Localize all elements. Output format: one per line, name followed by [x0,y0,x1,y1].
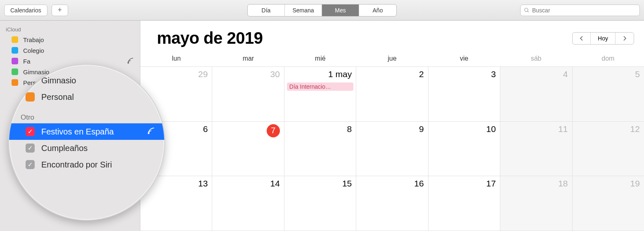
add-button[interactable]: + [52,5,68,16]
day-cell[interactable]: 19 [573,176,644,231]
day-number: 3 [491,69,496,79]
sidebar-item-colegio[interactable]: Colegio [0,45,140,56]
svg-point-3 [148,132,149,134]
checkbox-checked-icon[interactable]: ✓ [26,127,35,136]
svg-point-2 [128,62,129,63]
weekday-sab: sáb [500,50,572,67]
day-number: 18 [558,179,568,189]
day-cell[interactable]: 5 [573,67,644,122]
day-number: 29 [198,69,208,79]
sidebar-item-trabajo[interactable]: Trabajo [0,34,140,45]
month-nav-group: Hoy [572,32,634,45]
svg-line-1 [528,11,529,12]
day-number: 8 [347,124,352,134]
grid-row: 6 7 8 9 10 11 12 [140,122,644,177]
day-number: 10 [486,124,496,134]
event-pill[interactable]: Día Internacio… [287,82,353,91]
day-number: 4 [563,69,568,79]
loupe-item-festivos[interactable]: ✓ Festivos en España [9,123,164,140]
loupe-item-label: Encontrado por Siri [41,160,112,170]
calendars-toggle-button[interactable]: Calendarios [4,5,47,16]
checkbox-checked-icon[interactable]: ✓ [26,160,35,169]
day-number: 2 [419,69,424,79]
calendar-color-swatch [12,68,18,75]
day-cell[interactable]: 15 [284,176,356,231]
view-year-button[interactable]: Año [359,5,396,16]
weekday-vie: vie [428,50,500,67]
loupe-item-label: Gimnasio [41,76,76,85]
view-segmented-control: Día Semana Mes Año [247,4,397,16]
day-cell[interactable]: 1 may Día Internacio… [284,67,356,122]
day-number: 14 [270,179,279,189]
day-number: 9 [419,124,424,134]
day-number: 19 [630,179,640,189]
loupe-item-cumpleanos[interactable]: ✓ Cumpleaños [9,140,164,156]
calendar-color-swatch [12,36,18,43]
loupe-item-personal[interactable]: Personal [9,89,164,105]
shared-icon [127,57,134,66]
magnifier-overlay: Gimnasio Personal Otro ✓ Festivos en Esp… [8,64,165,221]
month-header: mayo de 2019 Hoy [140,21,644,50]
day-cell[interactable]: 12 [573,122,644,177]
day-number: 6 [203,124,208,134]
day-number: 1 may [328,69,352,79]
day-cell[interactable]: 2 [356,67,428,122]
calendar-color-swatch [12,47,18,54]
sidebar-item-label: Fa [23,58,31,65]
day-cell[interactable]: 18 [500,176,572,231]
sidebar-item-fa[interactable]: Fa [0,56,140,66]
grid-row: 13 14 15 16 17 18 19 [140,176,644,231]
view-month-button[interactable]: Mes [322,5,359,16]
calendar-color-swatch [12,58,18,64]
loupe-section-otro: Otro [9,111,164,123]
day-cell[interactable]: 30 [212,67,284,122]
loupe-item-label: Cumpleaños [41,144,88,153]
day-cell[interactable]: 3 [429,67,500,122]
month-title: mayo de 2019 [157,29,263,47]
search-input[interactable] [532,7,636,14]
calendar-color-swatch [26,92,35,101]
day-cell[interactable]: 17 [429,176,500,231]
day-cell[interactable]: 8 [284,122,356,177]
day-cell[interactable]: 9 [356,122,428,177]
day-cell[interactable]: 11 [500,122,572,177]
loupe-item-label: Festivos en España [41,127,114,137]
today-button[interactable]: Hoy [591,33,616,44]
search-field[interactable] [520,5,640,16]
view-week-button[interactable]: Semana [285,5,322,16]
sidebar-item-label: Trabajo [23,36,44,43]
day-number: 13 [198,179,208,189]
sidebar-section-icloud: iCloud [0,25,140,34]
toolbar: Calendarios + Día Semana Mes Año [0,0,644,21]
weekday-lun: lun [140,50,212,67]
search-icon [524,7,530,13]
weekday-header-row: lun mar mié jue vie sáb dom [140,50,644,67]
shared-icon [147,127,155,137]
calendar-color-swatch [12,79,18,86]
day-cell[interactable]: 4 [500,67,572,122]
checkbox-checked-icon[interactable]: ✓ [26,144,35,153]
grid-row: 29 30 1 may Día Internacio… 2 3 4 5 [140,67,644,122]
day-cell[interactable]: 16 [356,176,428,231]
day-cell[interactable]: 7 [212,122,284,177]
sidebar-item-label: Colegio [23,47,44,54]
day-number: 12 [630,124,640,134]
day-number: 5 [635,69,640,79]
chevron-left-icon [580,36,584,41]
day-cell[interactable]: 10 [429,122,500,177]
day-number-today: 7 [267,124,280,137]
svg-point-0 [525,8,528,11]
loupe-item-siri[interactable]: ✓ Encontrado por Siri [9,156,164,173]
day-cell[interactable]: 14 [212,176,284,231]
day-number: 16 [414,179,424,189]
weekday-dom: dom [572,50,644,67]
prev-month-button[interactable] [573,33,591,44]
chevron-right-icon [623,36,627,41]
next-month-button[interactable] [616,33,634,44]
view-day-button[interactable]: Día [248,5,285,16]
weekday-jue: jue [356,50,428,67]
weekday-mar: mar [212,50,284,67]
day-number: 11 [558,124,568,134]
day-number: 15 [342,179,352,189]
month-grid: 29 30 1 may Día Internacio… 2 3 4 5 6 7 … [140,67,644,231]
